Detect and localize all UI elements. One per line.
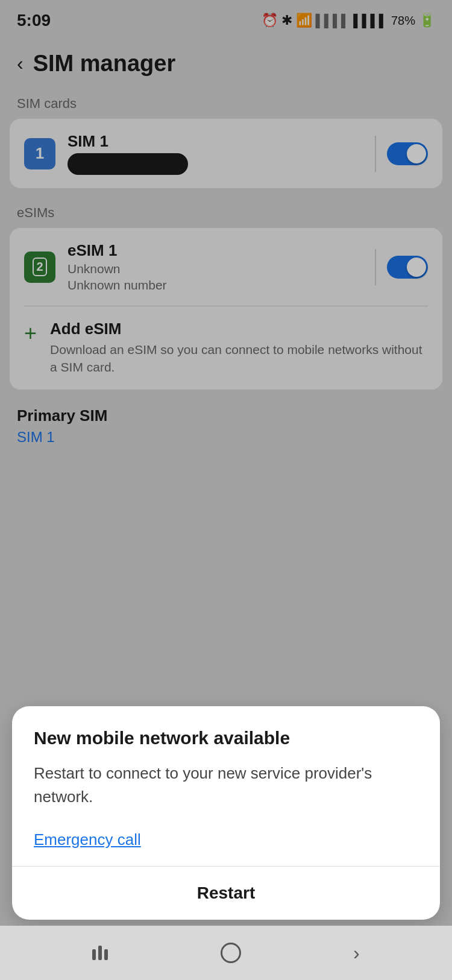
emergency-call-link[interactable]: Emergency call — [34, 830, 418, 849]
recent-apps-icon — [92, 946, 108, 960]
recent-apps-button[interactable] — [92, 946, 108, 960]
back-nav-icon: ‹ — [353, 942, 360, 964]
modal-card: New mobile network available Restart to … — [12, 706, 440, 920]
restart-button[interactable]: Restart — [34, 867, 418, 920]
modal-overlay: New mobile network available Restart to … — [0, 0, 452, 980]
modal-title: New mobile network available — [34, 728, 418, 748]
bottom-nav: ‹ — [0, 926, 452, 980]
home-button[interactable] — [221, 943, 241, 963]
home-icon — [221, 943, 241, 963]
back-button-nav[interactable]: ‹ — [353, 942, 360, 964]
modal-body: Restart to connect to your new service p… — [34, 762, 418, 809]
